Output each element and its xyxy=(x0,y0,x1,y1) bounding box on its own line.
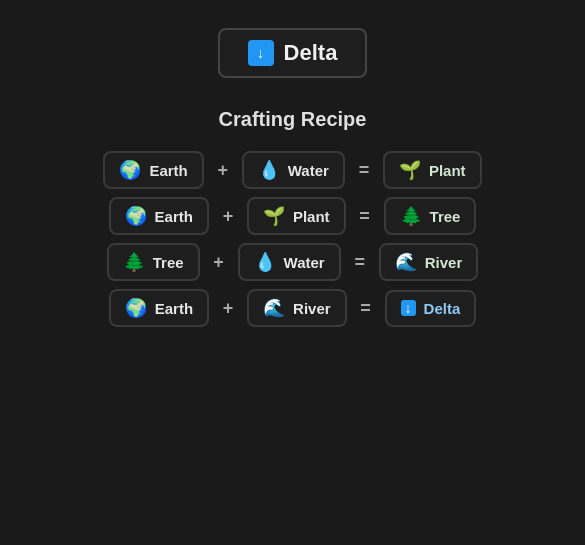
ingredient-water-3[interactable]: 💧 Water xyxy=(238,243,341,281)
recipe-row-3: 🌲 Tree + 💧 Water = 🌊 River xyxy=(107,243,479,281)
ingredient-tree-3[interactable]: 🌲 Tree xyxy=(107,243,200,281)
result-plant-1[interactable]: 🌱 Plant xyxy=(383,151,482,189)
water-emoji-1: 💧 xyxy=(258,161,280,179)
river-label-4: River xyxy=(293,300,331,317)
tree-emoji-3: 🌲 xyxy=(123,253,145,271)
equals-1: = xyxy=(357,160,371,181)
crafting-grid: 🌍 Earth + 💧 Water = 🌱 Plant 🌍 Earth + 🌱 xyxy=(103,151,481,327)
ingredient-earth-4[interactable]: 🌍 Earth xyxy=(109,289,209,327)
result-delta-4[interactable]: ↓ Delta xyxy=(385,290,477,327)
earth-emoji-2: 🌍 xyxy=(125,207,147,225)
header-section: ↓ Delta xyxy=(218,28,368,78)
earth-emoji-4: 🌍 xyxy=(125,299,147,317)
tree-label-3: Tree xyxy=(153,254,184,271)
plus-3: + xyxy=(212,252,226,273)
ingredient-river-4[interactable]: 🌊 River xyxy=(247,289,347,327)
recipe-row-4: 🌍 Earth + 🌊 River = ↓ Delta xyxy=(109,289,477,327)
water-emoji-3: 💧 xyxy=(254,253,276,271)
delta-badge[interactable]: ↓ Delta xyxy=(218,28,368,78)
ingredient-plant-2[interactable]: 🌱 Plant xyxy=(247,197,346,235)
plus-1: + xyxy=(216,160,230,181)
delta-icon: ↓ xyxy=(248,40,274,66)
tree-emoji-2: 🌲 xyxy=(400,207,422,225)
crafting-title: Crafting Recipe xyxy=(103,108,481,131)
earth-label-1: Earth xyxy=(149,162,187,179)
earth-label-4: Earth xyxy=(155,300,193,317)
plus-2: + xyxy=(221,206,235,227)
ingredient-earth-1[interactable]: 🌍 Earth xyxy=(103,151,203,189)
equals-3: = xyxy=(353,252,367,273)
river-label-3: River xyxy=(425,254,463,271)
earth-label-2: Earth xyxy=(155,208,193,225)
river-emoji-4: 🌊 xyxy=(263,299,285,317)
water-label-1: Water xyxy=(288,162,329,179)
ingredient-water-1[interactable]: 💧 Water xyxy=(242,151,345,189)
delta-emoji-4: ↓ xyxy=(401,300,416,316)
delta-label: Delta xyxy=(284,40,338,66)
result-river-3[interactable]: 🌊 River xyxy=(379,243,479,281)
tree-label-2: Tree xyxy=(430,208,461,225)
plant-label-1: Plant xyxy=(429,162,466,179)
water-label-3: Water xyxy=(284,254,325,271)
delta-label-4: Delta xyxy=(424,300,461,317)
plant-emoji-1: 🌱 xyxy=(399,161,421,179)
plant-emoji-2: 🌱 xyxy=(263,207,285,225)
crafting-section: Crafting Recipe 🌍 Earth + 💧 Water = 🌱 Pl… xyxy=(103,108,481,327)
result-tree-2[interactable]: 🌲 Tree xyxy=(384,197,477,235)
plus-4: + xyxy=(221,298,235,319)
ingredient-earth-2[interactable]: 🌍 Earth xyxy=(109,197,209,235)
earth-emoji-1: 🌍 xyxy=(119,161,141,179)
river-emoji-3: 🌊 xyxy=(395,253,417,271)
plant-label-2: Plant xyxy=(293,208,330,225)
equals-4: = xyxy=(359,298,373,319)
equals-2: = xyxy=(358,206,372,227)
recipe-row-1: 🌍 Earth + 💧 Water = 🌱 Plant xyxy=(103,151,481,189)
recipe-row-2: 🌍 Earth + 🌱 Plant = 🌲 Tree xyxy=(109,197,477,235)
